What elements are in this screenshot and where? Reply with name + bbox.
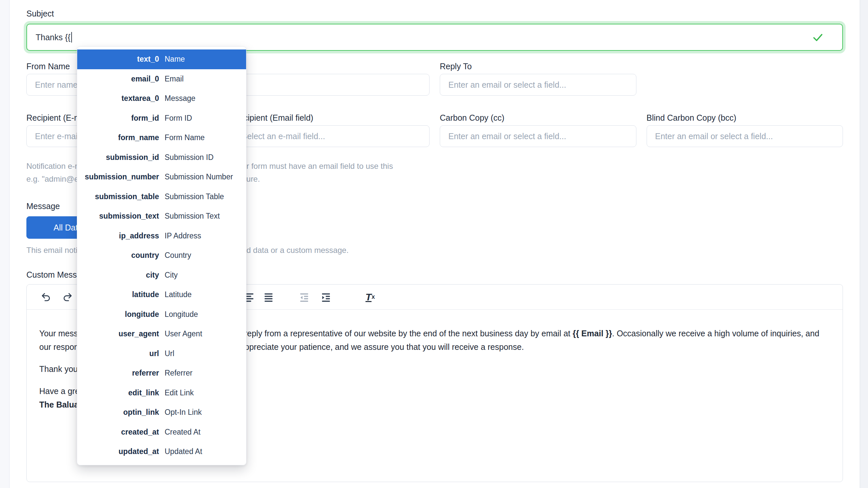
dropdown-item-key: updated_at	[77, 447, 159, 456]
dropdown-item[interactable]: submission_table Submission Table	[77, 187, 246, 207]
recipient-field-input[interactable]	[233, 125, 430, 147]
dropdown-item-key: longitude	[77, 310, 159, 319]
recipient-field-field-block: Recipient (Email field)	[233, 113, 430, 147]
dropdown-item-key: form_name	[77, 133, 159, 142]
text-caret	[71, 32, 72, 42]
dropdown-item-key: referrer	[77, 369, 159, 378]
dropdown-item[interactable]: country Country	[77, 246, 246, 265]
dropdown-item-key: submission_table	[77, 192, 159, 201]
dropdown-item-label: Url	[165, 349, 174, 358]
dropdown-item[interactable]: created_at Created At	[77, 422, 246, 442]
dropdown-item-label: Message	[165, 94, 195, 103]
dropdown-item[interactable]: text_0 Name	[77, 50, 246, 69]
dropdown-item-label: City	[165, 271, 178, 280]
dropdown-item-label: Referrer	[165, 369, 192, 378]
dropdown-item-label: Opt-In Link	[165, 408, 202, 417]
dropdown-item-label: User Agent	[165, 329, 202, 338]
left-page-gutter	[0, 0, 9, 488]
dropdown-item[interactable]: url Url	[77, 344, 246, 364]
dropdown-item-key: user_agent	[77, 329, 159, 338]
dropdown-item[interactable]: form_id Form ID	[77, 108, 246, 128]
dropdown-item-label: Latitude	[165, 290, 192, 299]
dropdown-item-key: latitude	[77, 290, 159, 299]
dropdown-item-key: submission_id	[77, 153, 159, 162]
dropdown-item[interactable]: edit_link Edit Link	[77, 383, 246, 403]
subject-label: Subject	[26, 8, 843, 19]
dropdown-item-key: city	[77, 271, 159, 280]
redo-icon[interactable]	[60, 290, 75, 304]
dropdown-item-key: text_0	[77, 55, 159, 64]
dropdown-item-label: Longitude	[165, 310, 198, 319]
bcc-input[interactable]	[647, 125, 843, 147]
dropdown-item[interactable]: user_agent User Agent	[77, 324, 246, 344]
dropdown-item-label: Form ID	[165, 114, 192, 123]
dropdown-item-key: created_at	[77, 428, 159, 436]
email-token: {{ Email }}	[573, 329, 612, 338]
subject-input-value: Thanks {{	[36, 33, 71, 42]
reply-to-label: Reply To	[440, 61, 637, 71]
dropdown-item-key: submission_text	[77, 212, 159, 221]
dropdown-item-label: Email	[165, 74, 184, 84]
dropdown-item[interactable]: longitude Longitude	[77, 305, 246, 324]
bcc-field-block: Blind Carbon Copy (bcc)	[647, 113, 843, 147]
dropdown-item-label: Name	[165, 55, 185, 64]
dropdown-item-label: Submission Text	[165, 212, 220, 221]
align-justify-icon[interactable]	[261, 290, 276, 304]
dropdown-item[interactable]: city City	[77, 265, 246, 285]
dropdown-item-label: Submission Table	[165, 192, 224, 201]
dropdown-item[interactable]: submission_text Submission Text	[77, 206, 246, 226]
dropdown-item-key: ip_address	[77, 231, 159, 240]
undo-icon[interactable]	[39, 290, 53, 304]
dropdown-item[interactable]: submission_number Submission Number	[77, 167, 246, 187]
dropdown-item-label: Updated At	[165, 447, 202, 456]
dropdown-item[interactable]: submission_id Submission ID	[77, 148, 246, 167]
smart-tag-dropdown: text_0 Name email_0 Email textarea_0 Mes…	[77, 46, 246, 465]
dropdown-item[interactable]: updated_at Updated At	[77, 442, 246, 462]
dropdown-item-label: IP Address	[165, 231, 201, 240]
dropdown-item-label: Form Name	[165, 133, 205, 142]
dropdown-item-key: submission_number	[77, 172, 159, 181]
reply-to-field-block: Reply To	[440, 61, 637, 96]
dropdown-item-key: country	[77, 251, 159, 260]
dropdown-item[interactable]: optin_link Opt-In Link	[77, 402, 246, 422]
dropdown-item-label: Submission Number	[165, 172, 233, 181]
dropdown-item-key: textarea_0	[77, 94, 159, 103]
dropdown-item-key: email_0	[77, 74, 159, 84]
cc-field-block: Carbon Copy (cc)	[440, 113, 637, 147]
dropdown-item[interactable]: referrer Referrer	[77, 363, 246, 383]
bcc-label: Blind Carbon Copy (bcc)	[647, 113, 843, 123]
dropdown-item-label: Submission ID	[165, 153, 213, 162]
dropdown-item-key: url	[77, 349, 159, 358]
outdent-icon[interactable]	[297, 290, 311, 304]
cc-input[interactable]	[440, 125, 637, 147]
dropdown-item[interactable]: textarea_0 Message	[77, 89, 246, 108]
dropdown-item-label: Country	[165, 251, 191, 260]
dropdown-item[interactable]: latitude Latitude	[77, 285, 246, 305]
reply-to-input[interactable]	[440, 74, 637, 96]
dropdown-item-key: edit_link	[77, 388, 159, 397]
indent-icon[interactable]	[319, 290, 333, 304]
recipient-field-label: Recipient (Email field)	[233, 113, 430, 123]
clear-formatting-icon[interactable]: Tx	[363, 290, 377, 304]
dropdown-item-key: optin_link	[77, 408, 159, 417]
dropdown-item-key: form_id	[77, 114, 159, 123]
recipient-field-help: Your form must have an email field to us…	[233, 160, 430, 185]
dropdown-item-label: Created At	[165, 428, 200, 436]
dropdown-item[interactable]: ip_address IP Address	[77, 226, 246, 246]
valid-check-icon	[812, 31, 824, 43]
cc-label: Carbon Copy (cc)	[440, 113, 637, 123]
dropdown-item[interactable]: email_0 Email	[77, 69, 246, 89]
dropdown-item[interactable]: form_name Form Name	[77, 128, 246, 148]
right-page-gutter	[860, 0, 868, 488]
dropdown-item-label: Edit Link	[165, 388, 194, 397]
